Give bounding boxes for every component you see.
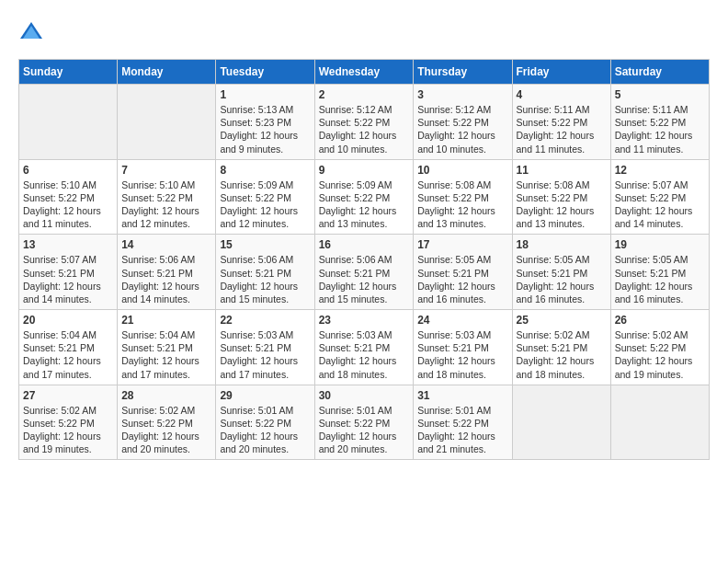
day-number: 21 (121, 314, 211, 327)
cell-info-text: Sunrise: 5:02 AM Sunset: 5:21 PM Dayligh… (517, 328, 607, 381)
calendar-cell: 1Sunrise: 5:13 AM Sunset: 5:23 PM Daylig… (216, 85, 314, 160)
calendar-cell: 30Sunrise: 5:01 AM Sunset: 5:22 PM Dayli… (314, 385, 414, 460)
calendar-cell: 23Sunrise: 5:03 AM Sunset: 5:21 PM Dayli… (314, 310, 414, 385)
calendar-cell: 2Sunrise: 5:12 AM Sunset: 5:22 PM Daylig… (314, 85, 414, 160)
cell-info-text: Sunrise: 5:02 AM Sunset: 5:22 PM Dayligh… (121, 404, 211, 456)
calendar-cell: 25Sunrise: 5:02 AM Sunset: 5:21 PM Dayli… (512, 310, 610, 385)
cell-info-text: Sunrise: 5:04 AM Sunset: 5:21 PM Dayligh… (23, 328, 113, 381)
calendar-cell: 27Sunrise: 5:02 AM Sunset: 5:22 PM Dayli… (19, 385, 118, 460)
logo (18, 18, 48, 44)
calendar-cell: 14Sunrise: 5:06 AM Sunset: 5:21 PM Dayli… (118, 235, 216, 310)
day-number: 30 (319, 389, 410, 402)
day-number: 14 (121, 238, 211, 251)
calendar-cell: 4Sunrise: 5:11 AM Sunset: 5:22 PM Daylig… (512, 85, 610, 160)
calendar-week-row: 6Sunrise: 5:10 AM Sunset: 5:22 PM Daylig… (19, 159, 710, 235)
calendar-cell: 31Sunrise: 5:01 AM Sunset: 5:22 PM Dayli… (414, 385, 512, 460)
calendar-cell (118, 85, 216, 160)
day-number: 15 (220, 238, 310, 251)
cell-info-text: Sunrise: 5:06 AM Sunset: 5:21 PM Dayligh… (121, 253, 211, 305)
calendar-cell: 13Sunrise: 5:07 AM Sunset: 5:21 PM Dayli… (19, 235, 118, 310)
calendar-week-row: 1Sunrise: 5:13 AM Sunset: 5:23 PM Daylig… (19, 85, 710, 160)
calendar-header: Sunday Monday Tuesday Wednesday Thursday… (19, 60, 710, 85)
calendar-cell: 15Sunrise: 5:06 AM Sunset: 5:21 PM Dayli… (216, 235, 314, 310)
day-number: 18 (517, 238, 607, 251)
calendar-cell: 20Sunrise: 5:04 AM Sunset: 5:21 PM Dayli… (19, 310, 118, 385)
cell-info-text: Sunrise: 5:12 AM Sunset: 5:22 PM Dayligh… (319, 103, 410, 155)
calendar-cell: 6Sunrise: 5:10 AM Sunset: 5:22 PM Daylig… (19, 159, 118, 235)
cell-info-text: Sunrise: 5:10 AM Sunset: 5:22 PM Dayligh… (121, 178, 211, 231)
page-header (18, 18, 710, 44)
day-number: 4 (517, 88, 607, 101)
calendar-body: 1Sunrise: 5:13 AM Sunset: 5:23 PM Daylig… (19, 85, 710, 460)
day-number: 11 (517, 164, 607, 177)
day-number: 22 (220, 314, 310, 327)
day-number: 1 (220, 88, 310, 101)
calendar-cell: 18Sunrise: 5:05 AM Sunset: 5:21 PM Dayli… (512, 235, 610, 310)
day-number: 31 (417, 389, 507, 402)
cell-info-text: Sunrise: 5:05 AM Sunset: 5:21 PM Dayligh… (615, 253, 705, 305)
calendar-cell: 3Sunrise: 5:12 AM Sunset: 5:22 PM Daylig… (414, 85, 512, 160)
calendar-cell: 19Sunrise: 5:05 AM Sunset: 5:21 PM Dayli… (610, 235, 709, 310)
day-number: 17 (417, 238, 507, 251)
day-number: 24 (417, 314, 507, 327)
col-monday: Monday (118, 60, 216, 85)
calendar-cell (19, 85, 118, 160)
day-number: 19 (615, 238, 705, 251)
cell-info-text: Sunrise: 5:06 AM Sunset: 5:21 PM Dayligh… (220, 253, 310, 305)
day-number: 10 (417, 164, 507, 177)
calendar-cell: 28Sunrise: 5:02 AM Sunset: 5:22 PM Dayli… (118, 385, 216, 460)
day-number: 5 (615, 88, 705, 101)
cell-info-text: Sunrise: 5:12 AM Sunset: 5:22 PM Dayligh… (417, 103, 507, 155)
cell-info-text: Sunrise: 5:03 AM Sunset: 5:21 PM Dayligh… (319, 328, 410, 381)
cell-info-text: Sunrise: 5:02 AM Sunset: 5:22 PM Dayligh… (23, 404, 113, 456)
cell-info-text: Sunrise: 5:13 AM Sunset: 5:23 PM Dayligh… (220, 103, 310, 155)
calendar-cell (512, 385, 610, 460)
calendar-cell: 8Sunrise: 5:09 AM Sunset: 5:22 PM Daylig… (216, 159, 314, 235)
calendar-cell: 29Sunrise: 5:01 AM Sunset: 5:22 PM Dayli… (216, 385, 314, 460)
cell-info-text: Sunrise: 5:06 AM Sunset: 5:21 PM Dayligh… (319, 253, 410, 305)
cell-info-text: Sunrise: 5:09 AM Sunset: 5:22 PM Dayligh… (319, 178, 410, 231)
day-number: 2 (319, 88, 410, 101)
calendar-cell: 16Sunrise: 5:06 AM Sunset: 5:21 PM Dayli… (314, 235, 414, 310)
cell-info-text: Sunrise: 5:11 AM Sunset: 5:22 PM Dayligh… (615, 103, 705, 155)
day-number: 16 (319, 238, 410, 251)
cell-info-text: Sunrise: 5:09 AM Sunset: 5:22 PM Dayligh… (220, 178, 310, 231)
cell-info-text: Sunrise: 5:08 AM Sunset: 5:22 PM Dayligh… (517, 178, 607, 231)
day-number: 7 (121, 164, 211, 177)
day-number: 28 (121, 389, 211, 402)
calendar-cell: 17Sunrise: 5:05 AM Sunset: 5:21 PM Dayli… (414, 235, 512, 310)
day-number: 23 (319, 314, 410, 327)
calendar-cell: 7Sunrise: 5:10 AM Sunset: 5:22 PM Daylig… (118, 159, 216, 235)
cell-info-text: Sunrise: 5:03 AM Sunset: 5:21 PM Dayligh… (220, 328, 310, 381)
calendar-cell: 26Sunrise: 5:02 AM Sunset: 5:22 PM Dayli… (610, 310, 709, 385)
day-number: 8 (220, 164, 310, 177)
day-number: 20 (23, 314, 113, 327)
day-number: 13 (23, 238, 113, 251)
calendar-cell: 21Sunrise: 5:04 AM Sunset: 5:21 PM Dayli… (118, 310, 216, 385)
cell-info-text: Sunrise: 5:02 AM Sunset: 5:22 PM Dayligh… (615, 328, 705, 381)
day-number: 3 (417, 88, 507, 101)
col-thursday: Thursday (414, 60, 512, 85)
col-friday: Friday (512, 60, 610, 85)
col-saturday: Saturday (610, 60, 709, 85)
cell-info-text: Sunrise: 5:07 AM Sunset: 5:22 PM Dayligh… (615, 178, 705, 231)
calendar-week-row: 27Sunrise: 5:02 AM Sunset: 5:22 PM Dayli… (19, 385, 710, 460)
calendar-cell: 5Sunrise: 5:11 AM Sunset: 5:22 PM Daylig… (610, 85, 709, 160)
calendar-cell: 22Sunrise: 5:03 AM Sunset: 5:21 PM Dayli… (216, 310, 314, 385)
cell-info-text: Sunrise: 5:11 AM Sunset: 5:22 PM Dayligh… (517, 103, 607, 155)
cell-info-text: Sunrise: 5:05 AM Sunset: 5:21 PM Dayligh… (517, 253, 607, 305)
calendar-cell: 9Sunrise: 5:09 AM Sunset: 5:22 PM Daylig… (314, 159, 414, 235)
calendar-week-row: 13Sunrise: 5:07 AM Sunset: 5:21 PM Dayli… (19, 235, 710, 310)
cell-info-text: Sunrise: 5:10 AM Sunset: 5:22 PM Dayligh… (23, 178, 113, 231)
calendar-cell: 24Sunrise: 5:03 AM Sunset: 5:21 PM Dayli… (414, 310, 512, 385)
day-number: 25 (517, 314, 607, 327)
col-tuesday: Tuesday (216, 60, 314, 85)
day-number: 9 (319, 164, 410, 177)
calendar-cell: 11Sunrise: 5:08 AM Sunset: 5:22 PM Dayli… (512, 159, 610, 235)
col-sunday: Sunday (19, 60, 118, 85)
day-number: 6 (23, 164, 113, 177)
day-number: 29 (220, 389, 310, 402)
cell-info-text: Sunrise: 5:03 AM Sunset: 5:21 PM Dayligh… (417, 328, 507, 381)
day-number: 12 (615, 164, 705, 177)
calendar-cell (610, 385, 709, 460)
